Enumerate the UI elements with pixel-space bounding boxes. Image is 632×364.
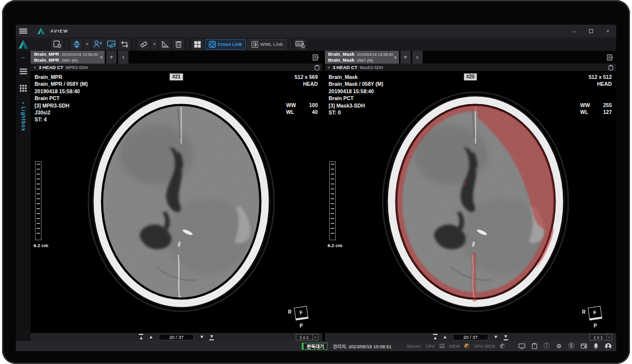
eraser-dropdown-caret[interactable]: ▾	[151, 39, 158, 50]
grid-icon	[20, 85, 27, 92]
measure-button[interactable]	[159, 39, 171, 50]
notifications-button[interactable]	[592, 343, 600, 349]
add-tab-button[interactable]: +	[106, 51, 117, 64]
gpu-mem-label: GPU MEM	[474, 344, 495, 349]
sync-status-button[interactable]: Ⓢ	[567, 343, 575, 349]
list-view-button[interactable]	[16, 67, 31, 76]
image-metadata: Brain_Mask Brain_Mask / 058Y (M) 2019041…	[329, 73, 384, 116]
app-title: AVIEW	[50, 29, 68, 34]
patient-info-button[interactable]	[92, 39, 104, 50]
monitor-eye-icon	[107, 40, 116, 48]
titlebar: AVIEW – ×	[16, 25, 616, 37]
toolbar-separator	[134, 40, 134, 49]
first-slice-button[interactable]: ▲	[433, 334, 437, 340]
series-header[interactable]: ∨ 3 HEAD CT MPR3-SDH	[31, 64, 322, 71]
layout-button[interactable]	[192, 39, 203, 50]
ct-viewport-left[interactable]: Brain_MPR Brain_MPR / 058Y (M) 20190418 …	[31, 71, 322, 332]
orientation-cube: F	[294, 306, 308, 320]
tab-brain-mask[interactable]: Brain_Mask 2019/04/18 15:58:40 Brain_Mas…	[325, 51, 399, 64]
hamburger-icon	[19, 29, 27, 34]
laptop-bezel: AVIEW – × ••	[2, 0, 630, 364]
trash-icon	[175, 40, 182, 48]
delete-button[interactable]	[172, 39, 184, 50]
sort-series-button[interactable]	[71, 39, 82, 50]
toolbar-separator	[290, 40, 291, 49]
tab-close-icon[interactable]: ×	[100, 55, 103, 60]
series-count-label: 3 HEAD CT	[333, 65, 357, 70]
wwl-link-icon	[251, 41, 258, 48]
close-button[interactable]: ×	[599, 25, 616, 37]
grid-layout-select[interactable]: 1 x 1 ▾	[296, 334, 318, 340]
cross-link-button[interactable]: Cross Link	[205, 39, 246, 50]
series-header[interactable]: ∨ 3 HEAD CT Mask3-SDH	[325, 64, 617, 71]
tab-patient-info: 058Y (M)	[357, 58, 373, 63]
sidebar-item-lightbox[interactable]: ▾ Lightbox	[21, 101, 26, 131]
tab-scroll-button[interactable]: ‹	[412, 51, 423, 64]
statusbar: 판독대기 관리자, 2023/08/18 10:08:51 Master CPU…	[16, 341, 616, 351]
collapse-dots-icon[interactable]: ••	[21, 55, 25, 60]
remote-display-button[interactable]	[518, 343, 526, 349]
copy-icon[interactable]	[608, 65, 613, 71]
tab-brain-mpr[interactable]: Brain_MPR 2019/04/18 15:58:40 Brain_MPR …	[31, 51, 105, 64]
dcm-tag-icon: DCM	[295, 40, 305, 48]
cpu-label: CPU	[426, 344, 435, 349]
minimize-button[interactable]: –	[566, 25, 583, 37]
series-panel-toggle-button[interactable]	[603, 51, 616, 64]
viewer-panels: Brain_MPR 2019/04/18 15:58:40 Brain_MPR …	[31, 51, 616, 341]
sort-dropdown-caret[interactable]: ▾	[84, 39, 90, 50]
wwl-link-button[interactable]: WWL Link	[247, 39, 287, 50]
copy-icon[interactable]	[315, 65, 319, 71]
ruler-scale-label: 6.2 cm	[328, 243, 343, 248]
sidebar-logo-tile[interactable]	[16, 37, 31, 51]
tab-scroll-button[interactable]: ›	[118, 51, 128, 64]
aview-logo-icon	[35, 25, 47, 37]
window-level-readout: WW255 WL127	[580, 102, 612, 116]
last-slice-button[interactable]: ▼	[209, 334, 214, 340]
dicom-tag-button[interactable]: DCM	[294, 39, 306, 50]
main-menu-button[interactable]	[16, 25, 31, 37]
grid-view-button[interactable]	[16, 83, 31, 93]
last-slice-button[interactable]: ▼	[504, 334, 508, 340]
eraser-button[interactable]	[138, 39, 150, 50]
orientation-right-label: R	[582, 309, 586, 315]
bell-icon	[593, 343, 599, 349]
slice-counter-input[interactable]: 20 / 37	[453, 334, 488, 340]
series-settings-button[interactable]	[51, 39, 63, 50]
user-account-button[interactable]	[604, 343, 612, 350]
tab-close-icon[interactable]: ×	[394, 55, 397, 60]
ct-viewport-right[interactable]: Brain_Mask Brain_Mask / 058Y (M) 2019041…	[325, 71, 617, 332]
slice-navbar: ▲ ▲ 20 / 37 ▼ ▼ 1 x 1 ▾	[31, 332, 322, 341]
series-panel-toggle-button[interactable]	[310, 51, 322, 64]
cross-link-icon	[209, 41, 216, 48]
master-label: Master	[407, 344, 421, 349]
clipboard-button[interactable]	[530, 343, 538, 349]
wwl-link-label: WWL Link	[260, 41, 283, 47]
orientation-right-label: R	[288, 309, 291, 315]
previous-slice-button[interactable]: ▲	[443, 334, 447, 339]
status-badge: 판독대기	[302, 343, 327, 350]
lightbox-label: Lightbox	[21, 107, 26, 131]
patient-icon	[94, 40, 102, 48]
previous-slice-button[interactable]: ▲	[149, 334, 153, 339]
info-button[interactable]: ⓘ	[543, 343, 551, 349]
chevron-down-icon: ▾	[313, 334, 318, 340]
restore-button[interactable]	[583, 25, 599, 37]
tab-patient-info: 058Y (M)	[62, 58, 78, 63]
display-settings-button[interactable]	[105, 39, 117, 50]
aview-logo-icon	[18, 40, 28, 49]
user-datetime-label: 관리자, 2023/08/18 10:08:51	[333, 343, 392, 350]
cine-loop-button[interactable]	[118, 39, 130, 50]
first-slice-button[interactable]: ▲	[139, 334, 143, 340]
window-layout-button[interactable]	[580, 343, 588, 349]
lightbox-caret-icon: ▾	[22, 101, 24, 105]
right-tabbar: Brain_Mask 2019/04/18 15:58:40 Brain_Mas…	[325, 51, 617, 64]
slice-counter-input[interactable]: 20 / 37	[158, 334, 194, 340]
slice-number-badge: #20	[464, 73, 477, 80]
orientation-cube: F	[588, 306, 602, 320]
grid-layout-select[interactable]: 1 x 1 ▾	[590, 334, 612, 340]
next-slice-button[interactable]: ▼	[494, 334, 498, 339]
settings-button[interactable]: ⚙	[555, 343, 563, 349]
next-slice-button[interactable]: ▼	[199, 334, 204, 339]
tab-patient-name: Brain_Mask	[328, 57, 355, 63]
add-tab-button[interactable]: +	[400, 51, 411, 64]
